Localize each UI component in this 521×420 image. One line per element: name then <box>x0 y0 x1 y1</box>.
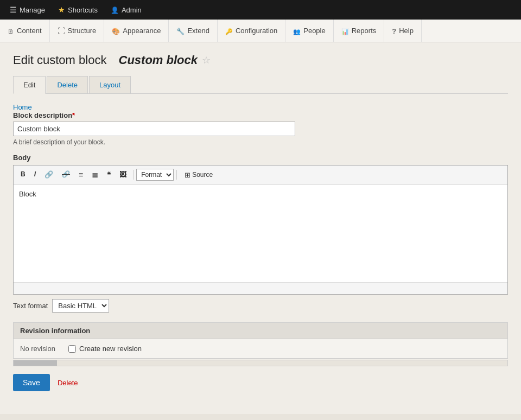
source-button[interactable]: Source <box>180 169 218 181</box>
manage-label: Manage <box>20 6 45 14</box>
nav-configuration-label: Configuration <box>236 27 277 35</box>
structure-icon <box>58 27 65 35</box>
nav-reports-label: Reports <box>352 27 377 35</box>
no-revision-text: No revision <box>20 345 55 353</box>
favorite-star-icon[interactable]: ☆ <box>202 54 211 66</box>
tab-layout[interactable]: Layout <box>89 76 131 93</box>
toolbar-separator-2 <box>176 170 177 180</box>
manage-icon <box>10 5 17 14</box>
create-revision-checkbox[interactable] <box>68 345 76 353</box>
nav-extend[interactable]: Extend <box>169 20 217 42</box>
action-bar: Save Delete <box>13 366 508 399</box>
text-format-select[interactable]: Basic HTML <box>52 299 109 313</box>
admin-icon <box>111 5 119 14</box>
manage-menu[interactable]: Manage <box>4 0 50 20</box>
reports-icon <box>341 27 349 35</box>
nav-appearance-label: Appearance <box>123 27 161 35</box>
bullet-list-button[interactable]: ≡ <box>75 168 87 182</box>
nav-reports[interactable]: Reports <box>334 20 385 42</box>
nav-structure-label: Structure <box>68 27 97 35</box>
source-label: Source <box>192 171 213 179</box>
editor-wrapper: B I 🔗 🔗 ≡ ≣ ❝ 🖼 Format <box>13 165 508 295</box>
shortcuts-menu[interactable]: Shortcuts <box>53 0 103 20</box>
bold-button[interactable]: B <box>17 168 29 181</box>
image-button[interactable]: 🖼 <box>116 168 130 182</box>
admin-menu[interactable]: Admin <box>105 0 147 20</box>
nav-appearance[interactable]: Appearance <box>104 20 169 42</box>
source-icon <box>185 171 190 179</box>
block-description-label: Block description* <box>13 111 508 119</box>
block-description-hint: A brief description of your block. <box>13 138 508 146</box>
shortcuts-label: Shortcuts <box>68 6 98 14</box>
editor-content: Block <box>19 190 36 198</box>
page-title-name: Custom block <box>119 53 198 67</box>
block-description-input[interactable] <box>13 122 295 136</box>
editor-toolbar: B I 🔗 🔗 ≡ ≣ ❝ 🖼 Format <box>14 166 507 184</box>
unlink-button[interactable]: 🔗 <box>58 168 74 181</box>
appearance-icon <box>112 27 120 35</box>
scroll-thumb <box>14 360 57 366</box>
page-content: Edit custom block Custom block ☆ Edit De… <box>0 42 521 414</box>
content-icon <box>8 27 14 35</box>
link-button[interactable]: 🔗 <box>41 168 57 182</box>
horizontal-scrollbar[interactable] <box>13 360 508 366</box>
main-nav: Content Structure Appearance Extend Conf… <box>0 20 521 42</box>
configuration-icon <box>225 27 233 35</box>
nav-content[interactable]: Content <box>0 20 50 42</box>
admin-bar: Manage Shortcuts Admin <box>0 0 521 20</box>
revision-section: Revision information No revision Create … <box>13 322 508 359</box>
format-select[interactable]: Format <box>136 169 174 181</box>
page-tabs: Edit Delete Layout <box>13 76 508 94</box>
blockquote-button[interactable]: ❝ <box>103 168 115 182</box>
ordered-list-button[interactable]: ≣ <box>88 168 102 182</box>
editor-body[interactable]: Block <box>14 184 507 282</box>
people-icon <box>293 27 301 35</box>
save-button[interactable]: Save <box>13 374 50 391</box>
toolbar-separator <box>133 170 134 180</box>
star-icon <box>58 5 65 14</box>
nav-configuration[interactable]: Configuration <box>218 20 285 42</box>
italic-button[interactable]: I <box>30 168 40 181</box>
page-title-prefix: Edit custom block <box>13 53 106 67</box>
create-revision-text: Create new revision <box>79 345 142 353</box>
block-description-field: Block description* A brief description o… <box>13 111 508 146</box>
form-area: Home Block description* A brief descript… <box>13 94 508 403</box>
revision-header[interactable]: Revision information <box>14 323 507 339</box>
tab-edit[interactable]: Edit <box>13 76 46 94</box>
admin-label: Admin <box>122 6 142 14</box>
text-format-row: Text format Basic HTML <box>13 295 508 317</box>
create-revision-label[interactable]: Create new revision <box>68 345 142 353</box>
extend-icon <box>176 27 185 35</box>
nav-people[interactable]: People <box>285 20 333 42</box>
delete-link[interactable]: Delete <box>58 379 78 387</box>
revision-body: No revision Create new revision <box>14 339 507 358</box>
required-indicator: * <box>72 111 75 119</box>
body-label: Body <box>13 154 508 162</box>
nav-help-label: Help <box>399 27 414 35</box>
nav-content-label: Content <box>17 27 42 35</box>
text-format-label: Text format <box>13 302 48 310</box>
page-title: Edit custom block Custom block ☆ <box>13 53 508 67</box>
nav-help[interactable]: Help <box>384 20 422 42</box>
nav-people-label: People <box>303 27 325 35</box>
nav-structure[interactable]: Structure <box>50 20 105 42</box>
help-icon <box>392 27 396 35</box>
breadcrumb-home[interactable]: Home <box>13 103 32 111</box>
body-field: Body B I 🔗 🔗 ≡ ≣ ❝ 🖼 Format <box>13 154 508 317</box>
revision-header-label: Revision information <box>20 327 90 335</box>
format-dropdown-group: Format <box>136 169 174 181</box>
tab-delete[interactable]: Delete <box>47 76 88 93</box>
nav-extend-label: Extend <box>187 27 209 35</box>
editor-statusbar <box>14 282 507 294</box>
